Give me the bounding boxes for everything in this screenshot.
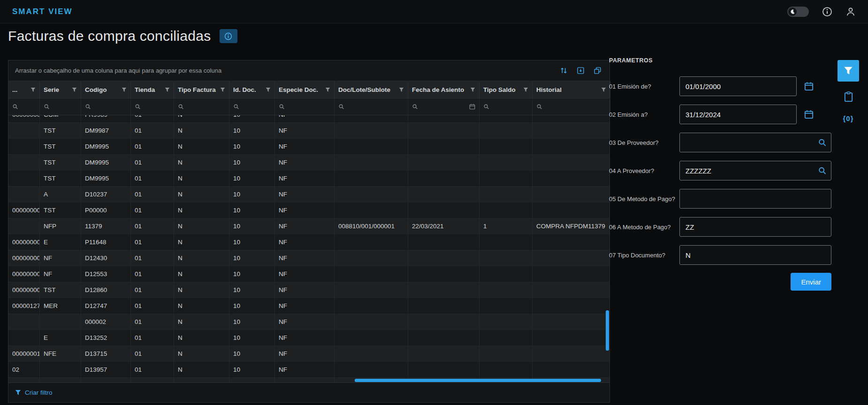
calendar-icon[interactable] [804,110,814,119]
info-icon[interactable] [822,7,832,17]
rail-variables-button[interactable]: {0} [842,112,855,125]
table-row[interactable]: 0000000001NFD1243001N10NF [8,250,609,266]
search-icon[interactable] [818,138,827,147]
copy-grid-icon[interactable] [591,64,604,77]
column-header-serie[interactable]: Serie [40,81,81,98]
page-header: Facturas de compra conciliadas [8,28,237,44]
rail-clipboard-button[interactable] [842,90,855,103]
param-input-7[interactable] [679,245,831,265]
cell-serie: NF [40,250,81,266]
filter-cell-fecha-de-asiento[interactable] [408,98,480,115]
cell-doc-lote-sublote [335,266,408,282]
table-row[interactable]: TSTDM999501N10NF [8,139,609,155]
param-input-3[interactable] [679,133,831,152]
filter-cell-serie[interactable] [40,98,81,115]
table-row[interactable]: 0000000000NFD1255301N10NF [8,266,609,282]
param-input-1[interactable] [679,76,797,96]
column-header-id-doc[interactable]: Id. Doc. [229,81,275,98]
cell-historial [533,250,609,266]
column-filter-icon[interactable] [399,87,404,92]
group-panel-hint: Arrastar o cabeçalho de uma coluna para … [15,67,221,74]
rail-filter-button[interactable] [838,60,859,82]
search-icon[interactable] [818,166,827,175]
cell-tipo-factura: N [174,378,229,382]
filter-cell-id-doc[interactable] [229,98,275,115]
cell-serie: TST [40,139,81,155]
horizontal-scrollbar-thumb[interactable] [355,379,601,382]
vertical-scrollbar-thumb[interactable] [606,310,609,351]
filter-cell-col[interactable] [8,98,40,115]
column-filter-icon[interactable] [470,87,475,92]
cell-tipo-saldo [480,171,533,187]
filter-cell-tipo-factura[interactable] [174,98,229,115]
cell-historial [533,266,609,282]
table-row[interactable]: TSTDM999501N10NF [8,171,609,187]
table-row[interactable]: 0000000001TSTD1286001N10NF [8,282,609,298]
column-filter-icon[interactable] [325,87,330,92]
column-header-col[interactable]: ... [8,81,40,98]
column-filter-icon[interactable] [72,87,77,92]
cell-tienda: 01 [131,234,174,250]
cell-tipo-saldo [480,250,533,266]
param-input-5[interactable] [679,189,831,209]
cell-tienda: 01 [131,187,174,202]
cell-tienda: 01 [131,218,174,234]
filter-cell-tipo-saldo[interactable] [480,98,533,115]
export-excel-icon[interactable] [574,64,587,77]
column-header-historial[interactable]: Historial [533,81,610,98]
cell-doc-lote-sublote [335,250,408,266]
column-header-fecha-de-asiento[interactable]: Fecha de Asiento [408,81,480,98]
user-icon[interactable] [845,7,856,17]
calendar-icon[interactable] [469,104,475,110]
column-filter-icon[interactable] [122,87,127,92]
param-input-2[interactable] [679,105,797,124]
sort-rows-icon[interactable] [557,64,570,77]
table-row[interactable]: 0000000001EP1164801N10NF [8,234,609,250]
table-row[interactable]: 00000201N10NF [8,314,609,330]
table-row[interactable]: TSTDM998701N10NF [8,123,609,139]
column-filter-icon[interactable] [266,87,271,92]
column-header-label: Especie Doc. [279,86,318,93]
column-header-codigo[interactable]: Codigo [81,81,131,98]
filter-cell-doc-lote-sublote[interactable] [335,98,408,115]
column-header-tipo-factura[interactable]: Tipo Factura [174,81,229,98]
cell-especie-doc: NF [275,282,335,298]
cell-doc-lote-sublote [335,171,408,187]
calendar-icon[interactable] [804,82,814,91]
table-row[interactable]: 02D1395701N10NF [8,362,609,378]
cell-historial [533,314,609,330]
table-row[interactable]: NFP1137901N10NF008810/001/00000122/03/20… [8,218,609,234]
cell-tipo-saldo [480,123,533,139]
column-header-especie-doc[interactable]: Especie Doc. [275,81,335,98]
table-row[interactable]: 0000012747MERD1274701N10NF [8,298,609,314]
table-row[interactable]: TSTDM999501N10NF [8,155,609,171]
column-filter-icon[interactable] [601,87,606,92]
table-row[interactable]: AD1023701N10NF [8,187,609,202]
filter-cell-historial[interactable] [533,98,610,115]
theme-toggle[interactable] [787,7,809,17]
group-panel[interactable]: Arrastar o cabeçalho de uma coluna para … [8,60,609,81]
page-info-button[interactable] [220,29,237,43]
column-filter-icon[interactable] [165,87,170,92]
cell-id-doc: 10 [229,218,275,234]
table-row[interactable]: 0000000001TSTP0000001N10NF [8,202,609,218]
filter-cell-codigo[interactable] [81,98,131,115]
filter-cell-tienda[interactable] [131,98,174,115]
filter-cell-especie-doc[interactable] [275,98,335,115]
create-filter-link[interactable]: Criar filtro [25,389,53,396]
cell-doc-lote-sublote [335,298,408,314]
column-header-doc-lote-sublote[interactable]: Doc/Lote/Sublote [335,81,408,98]
table-row[interactable]: 000000010NFED1371501N10NF [8,346,609,362]
column-filter-icon[interactable] [30,87,36,92]
table-row[interactable]: 0000000001COMFR998901N10NF [8,115,609,123]
cell-fecha-de-asiento [408,171,480,187]
column-filter-icon[interactable] [220,87,225,92]
param-input-6[interactable] [679,217,831,237]
submit-button[interactable]: Enviar [791,273,831,291]
column-header-tienda[interactable]: Tienda [131,81,174,98]
column-filter-icon[interactable] [523,87,528,92]
column-header-tipo-saldo[interactable]: Tipo Saldo [480,81,533,98]
table-row[interactable]: ED1325201N10NF [8,330,609,346]
cell-especie-doc: PGN [275,378,335,382]
param-input-4[interactable] [679,161,831,180]
